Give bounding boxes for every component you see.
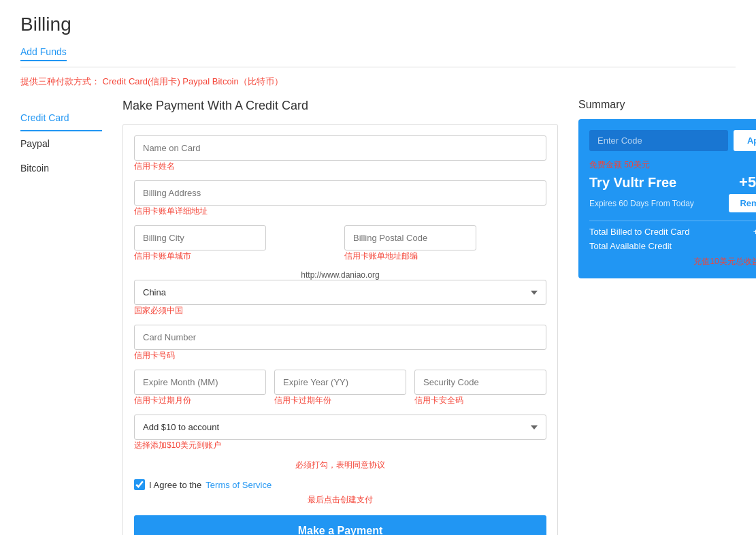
card-number-row: 信用卡号码 — [134, 325, 546, 361]
total-billed-value: +$10.00 — [753, 227, 756, 237]
country-select-wrapper: China United States United Kingdom Japan — [134, 280, 546, 305]
agree-checkbox[interactable] — [134, 479, 145, 490]
billing-address-annotation: 信用卡账单详细地址 — [134, 206, 546, 217]
billing-address-row: 信用卡账单详细地址 — [134, 180, 546, 217]
sidebar-item-credit-card[interactable]: Credit Card — [20, 106, 102, 131]
billing-postal-input[interactable] — [344, 225, 476, 250]
form-card: 信用卡姓名 信用卡账单详细地址 信用卡账单城市 信用卡账单地址邮编 http:/… — [122, 124, 558, 535]
name-on-card-input[interactable] — [134, 135, 546, 161]
agree-text: I Agree to the — [149, 480, 201, 490]
billing-address-input[interactable] — [134, 180, 546, 206]
total-billed-label: Total Billed to Credit Card — [589, 227, 689, 237]
total-credit-row: Total Available Credit $60.00 — [589, 241, 756, 251]
total-credit-label: Total Available Credit — [589, 241, 672, 251]
security-code-input[interactable] — [414, 370, 546, 395]
try-vultr-row: Try Vultr Free +50.00 — [589, 174, 756, 191]
divider — [20, 67, 736, 67]
expire-month-input[interactable] — [134, 370, 266, 395]
postal-annotation: 信用卡账单地址邮编 — [344, 250, 546, 262]
url-note: http://www.daniao.org — [134, 270, 546, 280]
agree-annotation: 必须打勾，表明同意协议 — [134, 459, 546, 471]
agree-row: I Agree to the Terms of Service — [134, 479, 546, 490]
summary-divider — [589, 221, 756, 221]
expire-year-col: 信用卡过期年份 — [274, 370, 406, 406]
summary-title: Summary — [578, 99, 756, 111]
add-amount-select-wrapper: Add $10 to account Add $20 to account Ad… — [134, 415, 546, 440]
card-number-annotation: 信用卡号码 — [134, 350, 546, 361]
country-select[interactable]: China United States United Kingdom Japan — [134, 280, 546, 305]
city-col: 信用卡账单城市 — [134, 225, 336, 262]
try-vultr-amount: +50.00 — [739, 174, 756, 191]
expires-row: Expires 60 Days From Today Remove — [589, 194, 756, 212]
promo-input[interactable] — [589, 130, 728, 151]
expire-year-annotation: 信用卡过期年份 — [274, 395, 406, 406]
add-amount-annotation: 选择添加$10美元到账户 — [134, 440, 546, 451]
total-billed-row: Total Billed to Credit Card +$10.00 — [589, 227, 756, 237]
form-title: Make Payment With A Credit Card — [122, 99, 558, 113]
make-payment-button[interactable]: Make a Payment — [134, 515, 546, 535]
notice: 提供三种付款方式： Credit Card(信用卡) Paypal Bitcoi… — [20, 76, 736, 88]
name-on-card-row: 信用卡姓名 — [134, 135, 546, 172]
security-code-annotation: 信用卡安全码 — [414, 395, 546, 406]
page-title: Billing — [20, 14, 736, 35]
add-amount-row: Add $10 to account Add $20 to account Ad… — [134, 415, 546, 451]
expire-month-annotation: 信用卡过期月份 — [134, 395, 266, 406]
bonus-annotation: 免费金额 50美元 — [589, 159, 756, 171]
add-funds-tab[interactable]: Add Funds — [20, 46, 67, 61]
terms-link[interactable]: Terms of Service — [206, 480, 272, 490]
final-annotation: 最后点击创建支付 — [134, 494, 546, 506]
card-number-input[interactable] — [134, 325, 546, 350]
apply-button[interactable]: Apply — [734, 130, 756, 151]
add-amount-select[interactable]: Add $10 to account Add $20 to account Ad… — [134, 415, 546, 440]
expire-security-row: 信用卡过期月份 信用卡过期年份 信用卡安全码 — [134, 370, 546, 406]
country-annotation: 国家必须中国 — [134, 305, 546, 317]
remove-button[interactable]: Remove — [729, 194, 756, 212]
promo-row: Apply — [589, 130, 756, 151]
try-vultr-label: Try Vultr Free — [589, 175, 676, 191]
summary-card: Apply 免费金额 50美元 Try Vultr Free +50.00 Ex… — [578, 119, 756, 278]
sidebar-item-paypal[interactable]: Paypal — [20, 131, 102, 156]
postal-col: 信用卡账单地址邮编 — [344, 225, 546, 262]
sidebar: Credit Card Paypal Bitcoin — [20, 99, 102, 180]
name-annotation: 信用卡姓名 — [134, 161, 546, 172]
bottom-annotation-row: 充值10美元总收益60美元 — [589, 255, 756, 268]
city-annotation: 信用卡账单城市 — [134, 250, 336, 262]
sidebar-item-bitcoin[interactable]: Bitcoin — [20, 156, 102, 180]
billing-city-input[interactable] — [134, 225, 266, 250]
expires-text: Expires 60 Days From Today — [589, 199, 694, 208]
summary: Summary Apply 免费金额 50美元 Try Vultr Free +… — [578, 99, 756, 278]
expire-month-col: 信用卡过期月份 — [134, 370, 266, 406]
form-area: Make Payment With A Credit Card 信用卡姓名 信用… — [122, 99, 558, 535]
security-code-col: 信用卡安全码 — [414, 370, 546, 406]
country-row: China United States United Kingdom Japan… — [134, 280, 546, 317]
city-postal-row: 信用卡账单城市 信用卡账单地址邮编 — [134, 225, 546, 262]
bottom-annotation: 充值10美元总收益60美元 — [693, 257, 756, 266]
expire-year-input[interactable] — [274, 370, 406, 395]
